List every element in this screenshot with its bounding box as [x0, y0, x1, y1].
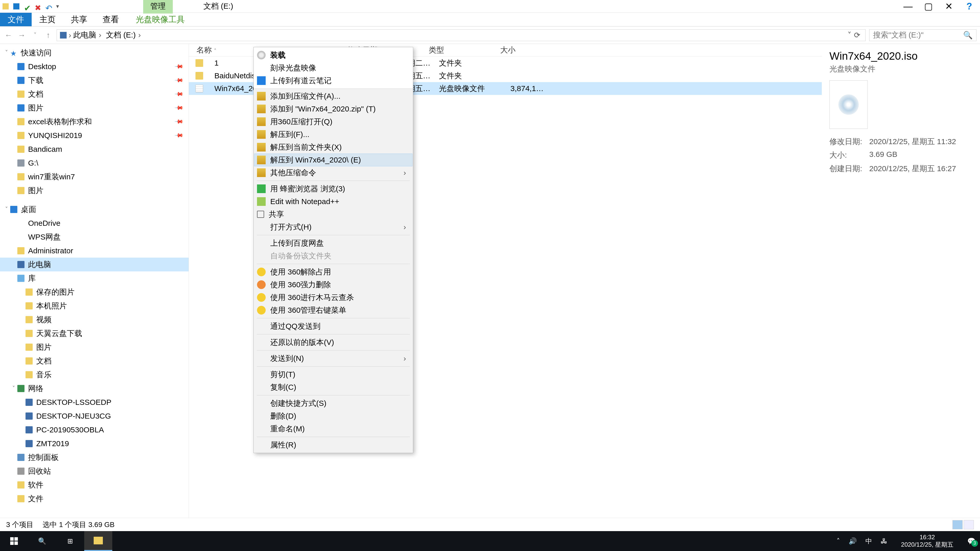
tree-extra-item-1[interactable]: 回收站 [0, 464, 189, 478]
chevron-right-icon[interactable]: › [68, 31, 71, 40]
tree-lib-item-1[interactable]: 本机照片 [0, 299, 189, 313]
tree-quick-item-4[interactable]: excel表格制作求和 📌 [0, 115, 189, 129]
ribbon-tab-file[interactable]: 文件 [0, 13, 32, 26]
ctx-grp9-2[interactable]: 重命名(M) [254, 422, 412, 435]
qat-save-icon[interactable] [13, 3, 19, 10]
ctx-top-2[interactable]: 上传到有道云笔记 [254, 74, 412, 87]
ctx-grp4-2[interactable]: 使用 360进行木马云查杀 [254, 291, 412, 304]
help-button[interactable]: ? [964, 1, 975, 12]
view-details-button[interactable] [953, 520, 963, 529]
tree-quick-item-9[interactable]: 图片 [0, 184, 189, 197]
volume-icon[interactable]: 🔊 [849, 537, 857, 545]
refresh-icon[interactable]: ⟳ [854, 30, 860, 40]
ribbon-tab-share[interactable]: 共享 [63, 13, 95, 26]
ctx-top-0[interactable]: 装载 [254, 49, 412, 62]
navigation-tree[interactable]: ˅★快速访问 Desktop 📌 下载 📌 文档 📌 图片 📌 excel表格制… [0, 44, 189, 518]
qat-undo-icon[interactable]: ↶ [45, 3, 52, 10]
tree-net-item-3[interactable]: ZMT2019 [0, 437, 189, 451]
nav-back-button[interactable]: ← [3, 31, 13, 40]
ribbon-tab-disctools[interactable]: 光盘映像工具 [128, 13, 192, 26]
ribbon-tab-home[interactable]: 主页 [32, 13, 63, 26]
ctx-grp2-1[interactable]: Edit with Notepad++ [254, 195, 412, 208]
ctx-grp2-3[interactable]: 打开方式(H) › [254, 221, 412, 233]
ctx-top-1[interactable]: 刻录光盘映像 [254, 62, 412, 74]
tree-desktop-item-0[interactable]: OneDrive [0, 216, 189, 230]
view-thumbnails-button[interactable] [964, 520, 974, 529]
ctx-grp9-1[interactable]: 删除(D) [254, 410, 412, 422]
tray-overflow-icon[interactable]: ˄ [837, 537, 840, 545]
ribbon-tab-view[interactable]: 查看 [95, 13, 127, 26]
tree-quick-access[interactable]: ˅★快速访问 [0, 46, 189, 60]
qat-check-icon[interactable]: ✔ [24, 3, 30, 10]
ctx-grp4-3[interactable]: 使用 360管理右键菜单 [254, 304, 412, 317]
tree-extra-item-3[interactable]: 文件 [0, 492, 189, 506]
tree-lib-item-0[interactable]: 保存的图片 [0, 285, 189, 299]
search-input[interactable]: 搜索"文档 (E:)" 🔍 [869, 29, 977, 41]
taskbar-search-button[interactable]: 🔍 [28, 531, 56, 551]
ctx-grp1-0[interactable]: 添加到压缩文件(A)... [254, 90, 412, 103]
tree-network[interactable]: ˅网络 [0, 382, 189, 395]
tree-desktop-item-2[interactable]: Administrator [0, 244, 189, 258]
qat-delete-icon[interactable]: ✖ [35, 3, 41, 10]
tree-desktop-item-1[interactable]: WPS网盘 [0, 230, 189, 244]
tree-quick-item-5[interactable]: YUNQISHI2019 📌 [0, 129, 189, 142]
ime-indicator[interactable]: 中 [865, 537, 872, 546]
tree-net-item-1[interactable]: DESKTOP-NJEU3CG [0, 409, 189, 423]
address-box[interactable]: › 此电脑 文档 (E:) ˅ ⟳ [57, 29, 865, 41]
ctx-grp10-0[interactable]: 属性(R) [254, 438, 412, 451]
taskbar-clock[interactable]: 16:32 2020/12/25, 星期五 [896, 534, 959, 548]
tree-quick-item-8[interactable]: win7重装win7 [0, 170, 189, 184]
ctx-grp7-0[interactable]: 发送到(N) › [254, 352, 412, 365]
close-button[interactable]: ✕ [943, 1, 955, 12]
breadcrumb-thispc[interactable]: 此电脑 [73, 30, 104, 40]
tree-lib-item-3[interactable]: 天翼云盘下载 [0, 327, 189, 340]
tree-quick-item-1[interactable]: 下载 📌 [0, 73, 189, 87]
maximize-button[interactable]: ▢ [923, 1, 934, 12]
taskbar-explorer-button[interactable] [84, 531, 112, 551]
ctx-grp8-0[interactable]: 剪切(T) [254, 368, 412, 381]
tree-lib-item-5[interactable]: 文档 [0, 354, 189, 368]
tree-quick-item-2[interactable]: 文档 📌 [0, 87, 189, 101]
tree-quick-item-6[interactable]: Bandicam [0, 142, 189, 156]
search-icon[interactable]: 🔍 [963, 30, 973, 40]
column-size[interactable]: 大小 [493, 45, 544, 56]
address-dropdown-icon[interactable]: ˅ [848, 30, 851, 40]
tree-quick-item-0[interactable]: Desktop 📌 [0, 60, 189, 73]
nav-up-button[interactable]: ↑ [43, 31, 53, 40]
start-button[interactable] [0, 531, 28, 551]
ctx-grp1-4[interactable]: 解压到当前文件夹(X) [254, 141, 412, 154]
tree-quick-item-7[interactable]: G:\ [0, 156, 189, 170]
tree-net-item-2[interactable]: PC-20190530OBLA [0, 423, 189, 437]
ctx-grp5-0[interactable]: 通过QQ发送到 [254, 320, 412, 333]
tree-lib-item-2[interactable]: 视频 [0, 313, 189, 327]
tree-lib-item-6[interactable]: 音乐 [0, 368, 189, 382]
ctx-grp9-0[interactable]: 创建快捷方式(S) [254, 397, 412, 410]
qat-dropdown-icon[interactable]: ▾ [56, 3, 59, 10]
tree-lib-item-4[interactable]: 图片 [0, 340, 189, 354]
nav-history-dropdown[interactable]: ˅ [30, 32, 40, 38]
ctx-grp4-1[interactable]: 使用 360强力删除 [254, 278, 412, 291]
breadcrumb-drive[interactable]: 文档 (E:) [106, 30, 143, 40]
tree-desktop[interactable]: ˅桌面 [0, 203, 189, 216]
ctx-grp1-5[interactable]: 解压到 Win7x64_2020\ (E) [254, 154, 412, 166]
contextual-tab-label[interactable]: 管理 [143, 0, 173, 14]
ctx-grp6-0[interactable]: 还原以前的版本(V) [254, 336, 412, 349]
tree-desktop-item-4[interactable]: 库 [0, 272, 189, 285]
action-center-button[interactable]: 💬 3 [967, 537, 975, 545]
ctx-grp8-1[interactable]: 复制(C) [254, 381, 412, 394]
tree-quick-item-3[interactable]: 图片 📌 [0, 101, 189, 115]
column-type[interactable]: 类型 [421, 45, 493, 56]
nav-forward-button[interactable]: → [17, 31, 27, 40]
ctx-grp4-0[interactable]: 使用 360解除占用 [254, 265, 412, 278]
ctx-grp1-6[interactable]: 其他压缩命令 › [254, 166, 412, 179]
ctx-grp2-0[interactable]: 用 蜂蜜浏览器 浏览(3) [254, 183, 412, 195]
minimize-button[interactable]: — [902, 1, 914, 12]
ctx-grp1-2[interactable]: 用360压缩打开(Q) [254, 115, 412, 128]
ctx-grp3-0[interactable]: 上传到百度网盘 [254, 237, 412, 249]
ctx-grp1-1[interactable]: 添加到 "Win7x64_2020.zip" (T) [254, 103, 412, 115]
ctx-grp1-3[interactable]: 解压到(F)... [254, 128, 412, 141]
network-icon[interactable]: 🖧 [881, 537, 887, 545]
tree-desktop-item-3[interactable]: 此电脑 [0, 258, 189, 272]
tree-extra-item-0[interactable]: 控制面板 [0, 451, 189, 464]
taskbar-taskview-button[interactable]: ⊞ [56, 531, 84, 551]
